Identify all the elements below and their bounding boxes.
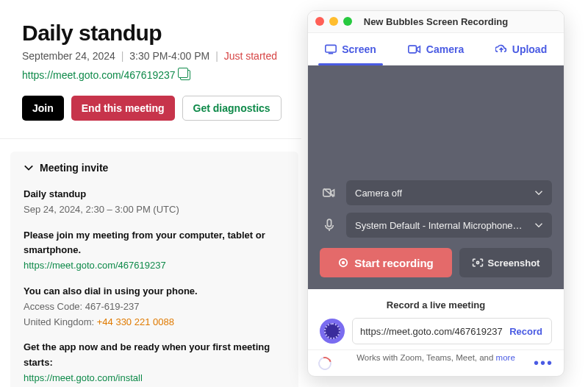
- meeting-invite-panel: Meeting invite Daily standup Sep 24, 202…: [10, 152, 298, 387]
- end-meeting-button[interactable]: End this meeting: [71, 96, 175, 121]
- more-menu-button[interactable]: •••: [534, 355, 553, 372]
- upload-icon: [495, 44, 507, 54]
- window-titlebar: New Bubbles Screen Recording: [308, 11, 564, 33]
- screen-icon: [325, 44, 337, 54]
- close-icon[interactable]: [315, 17, 324, 26]
- tab-camera[interactable]: Camera: [393, 33, 478, 65]
- screenshot-icon: [472, 258, 484, 268]
- invite-join-line: Please join my meeting from your compute…: [24, 228, 285, 259]
- camera-off-icon: [320, 188, 339, 198]
- mic-select[interactable]: System Default - Internal Microphone (Bu…: [346, 213, 552, 238]
- zoom-icon[interactable]: [343, 17, 352, 26]
- tab-upload-label: Upload: [512, 43, 547, 55]
- recorder-window: New Bubbles Screen Recording Screen Came…: [307, 10, 564, 377]
- invite-dial-line: You can also dial in using your phone.: [24, 284, 285, 299]
- chevron-down-icon: [534, 221, 543, 230]
- invite-join-url[interactable]: https://meet.goto.com/467619237: [24, 258, 285, 274]
- tab-upload[interactable]: Upload: [478, 33, 564, 65]
- meeting-url[interactable]: https://meet.goto.com/467619237: [22, 69, 176, 81]
- svg-rect-3: [327, 219, 331, 227]
- get-diagnostics-button[interactable]: Get diagnostics: [182, 96, 282, 121]
- tab-screen-label: Screen: [342, 43, 376, 55]
- chevron-down-icon: [534, 188, 543, 197]
- invite-install-url[interactable]: https://meet.goto.com/install: [24, 371, 285, 386]
- invite-install-line: Get the app now and be ready when your f…: [24, 340, 285, 371]
- meeting-date: September 24, 2024: [22, 50, 115, 62]
- svg-point-6: [476, 261, 478, 263]
- camera-select-value: Camera off: [355, 188, 402, 199]
- start-recording-label: Start recording: [354, 257, 434, 269]
- window-title: New Bubbles Screen Recording: [364, 16, 509, 27]
- svg-point-5: [342, 261, 345, 264]
- recorder-footer: •••: [308, 349, 564, 376]
- recorder-tabs: Screen Camera Upload: [308, 33, 564, 65]
- record-icon: [338, 258, 348, 268]
- preview-area: [320, 76, 552, 173]
- mic-icon: [320, 219, 339, 232]
- svg-rect-0: [326, 45, 336, 52]
- access-code-label: Access Code:: [24, 301, 82, 312]
- tab-screen[interactable]: Screen: [308, 33, 393, 65]
- copy-icon[interactable]: [180, 70, 190, 80]
- invite-subtitle: Sep 24, 2024, 2:30 – 3:00 PM (UTC): [24, 202, 285, 218]
- access-code-value: 467-619-237: [85, 301, 140, 312]
- live-url-input[interactable]: [360, 326, 503, 337]
- meeting-time: 3:30 PM-4:00 PM: [129, 50, 209, 62]
- tab-camera-label: Camera: [426, 43, 464, 55]
- chevron-down-icon: [24, 163, 34, 173]
- invite-header-label: Meeting invite: [40, 162, 108, 174]
- mic-select-value: System Default - Internal Microphone (Bu…: [355, 220, 524, 231]
- camera-icon: [408, 45, 421, 54]
- avatar: [320, 319, 345, 344]
- meeting-subline: September 24, 2024 | 3:30 PM-4:00 PM | J…: [22, 50, 294, 62]
- invite-header[interactable]: Meeting invite: [24, 162, 285, 174]
- invite-title: Daily standup: [24, 187, 285, 202]
- screenshot-button[interactable]: Screenshot: [459, 248, 552, 277]
- live-record-button[interactable]: Record: [503, 326, 548, 337]
- meeting-title: Daily standup: [22, 21, 294, 46]
- live-meeting-title: Record a live meeting: [320, 299, 552, 310]
- preview-area-container: Camera off System Default - Internal Mic…: [308, 65, 564, 289]
- join-button[interactable]: Join: [22, 96, 64, 121]
- divider: [0, 138, 301, 139]
- meeting-status: Just started: [224, 50, 277, 62]
- loading-spinner-icon: [316, 354, 334, 372]
- screenshot-label: Screenshot: [488, 258, 540, 269]
- minimize-icon[interactable]: [329, 17, 338, 26]
- country-label: United Kingdom:: [24, 316, 94, 327]
- start-recording-button[interactable]: Start recording: [320, 248, 452, 277]
- dial-phone[interactable]: +44 330 221 0088: [97, 316, 174, 327]
- svg-rect-1: [409, 46, 417, 53]
- live-url-input-wrap: Record: [352, 318, 552, 344]
- meeting-panel: Daily standup September 24, 2024 | 3:30 …: [22, 21, 294, 121]
- camera-select[interactable]: Camera off: [346, 180, 552, 205]
